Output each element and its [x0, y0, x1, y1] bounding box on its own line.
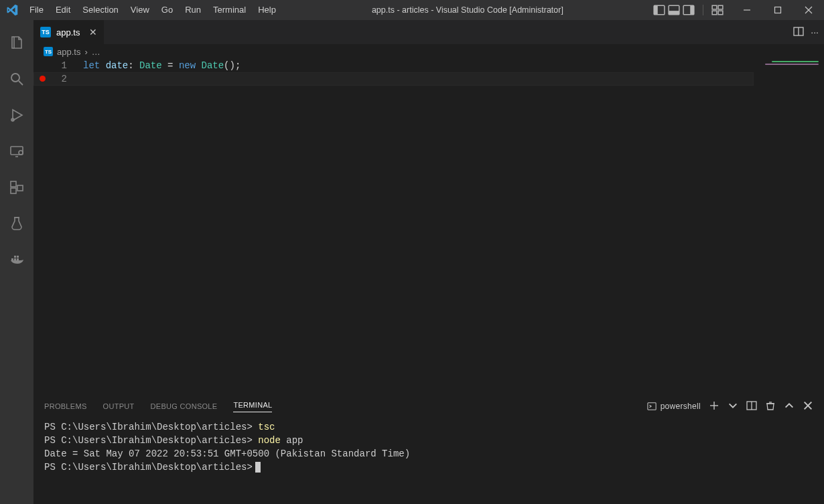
breakpoint-icon[interactable] [40, 76, 46, 82]
activity-docker-icon[interactable] [1, 244, 33, 276]
svg-point-18 [19, 151, 23, 155]
layout-sidebar-left-icon[interactable] [653, 4, 665, 16]
svg-rect-27 [14, 256, 16, 258]
svg-rect-22 [17, 185, 23, 191]
kill-terminal-icon[interactable] [765, 400, 776, 412]
menu-help[interactable]: Help [252, 0, 282, 20]
activity-explorer-icon[interactable] [1, 27, 33, 59]
new-terminal-icon[interactable] [709, 400, 719, 412]
close-button[interactable] [793, 0, 824, 20]
panel-tab-output[interactable]: OUTPUT [103, 402, 135, 410]
titlebar-right [653, 0, 824, 20]
terminal-line: Date = Sat May 07 2022 20:53:51 GMT+0500… [44, 447, 813, 460]
layout-panel-bottom-icon[interactable] [668, 4, 680, 16]
activity-run-debug-icon[interactable] [1, 99, 33, 131]
customize-layout-icon[interactable] [711, 4, 724, 16]
editor-area: TS app.ts ✕ ··· TS app.ts › … 1 2 let da… [33, 20, 824, 504]
split-terminal-icon[interactable] [746, 400, 757, 412]
window-title: app.ts - articles - Visual Studio Code [… [282, 5, 653, 15]
breadcrumb-more: … [92, 47, 100, 57]
svg-rect-24 [11, 258, 13, 260]
svg-rect-9 [718, 11, 723, 15]
activity-testing-icon[interactable] [1, 207, 33, 240]
terminal-split-dropdown-icon[interactable] [728, 400, 738, 412]
svg-rect-6 [712, 5, 717, 9]
terminal-shell-selector[interactable]: powershell [647, 402, 701, 411]
bottom-panel: PROBLEMS OUTPUT DEBUG CONSOLE TERMINAL p… [33, 394, 824, 504]
typescript-file-icon: TS [40, 27, 51, 37]
tab-filename: app.ts [56, 27, 80, 37]
editor-tabs: TS app.ts ✕ ··· [33, 20, 824, 44]
svg-rect-3 [669, 11, 679, 15]
terminal-cursor [255, 462, 261, 473]
terminal-line: PS C:\Users\Ibrahim\Desktop\articles> no… [44, 434, 813, 447]
menu-view[interactable]: View [125, 0, 155, 20]
panel-actions: powershell [647, 400, 813, 412]
breadcrumb[interactable]: TS app.ts › … [33, 44, 824, 59]
window-controls [732, 0, 824, 20]
menu-go[interactable]: Go [155, 0, 179, 20]
breadcrumb-separator: › [84, 47, 87, 57]
tab-close-icon[interactable]: ✕ [89, 27, 97, 37]
more-actions-icon[interactable]: ··· [811, 27, 819, 37]
activity-bar [0, 20, 33, 504]
svg-point-14 [11, 74, 19, 82]
split-editor-icon[interactable] [793, 26, 804, 39]
title-bar: File Edit Selection View Go Run Terminal… [0, 0, 824, 20]
breadcrumb-filename: app.ts [57, 47, 80, 57]
tab-app-ts[interactable]: TS app.ts ✕ [33, 20, 105, 44]
panel-tab-debug-console[interactable]: DEBUG CONSOLE [151, 402, 218, 410]
activity-extensions-icon[interactable] [1, 171, 33, 203]
menu-terminal[interactable]: Terminal [207, 0, 252, 20]
svg-rect-1 [654, 5, 658, 15]
close-panel-icon[interactable] [803, 400, 813, 412]
minimap[interactable] [760, 59, 824, 394]
maximize-button[interactable] [762, 0, 793, 20]
terminal-line: PS C:\Users\Ibrahim\Desktop\articles> [44, 460, 813, 474]
panel-tabs: PROBLEMS OUTPUT DEBUG CONSOLE TERMINAL p… [33, 395, 824, 418]
vscode-logo-icon [0, 4, 23, 16]
editor-layout-controls [653, 4, 724, 16]
menu-edit[interactable]: Edit [50, 0, 76, 20]
layout-sidebar-right-icon[interactable] [683, 4, 695, 16]
svg-rect-25 [14, 258, 16, 260]
code-line: let date: Date = new Date(); [80, 59, 824, 72]
terminal-output[interactable]: PS C:\Users\Ibrahim\Desktop\articles> ts… [33, 418, 824, 504]
code-editor[interactable]: 1 2 let date: Date = new Date(); console… [33, 59, 824, 394]
app-menu: File Edit Selection View Go Run Terminal… [23, 0, 282, 20]
svg-rect-11 [775, 7, 781, 13]
svg-line-15 [19, 81, 23, 85]
shell-name: powershell [661, 402, 701, 411]
editor-tab-actions: ··· [793, 20, 824, 44]
menu-selection[interactable]: Selection [76, 0, 124, 20]
maximize-panel-icon[interactable] [784, 400, 795, 412]
svg-rect-20 [11, 181, 16, 187]
svg-rect-21 [11, 188, 16, 193]
code-content[interactable]: let date: Date = new Date(); console.log… [80, 59, 824, 394]
typescript-file-icon: TS [44, 47, 53, 56]
menu-file[interactable]: File [23, 0, 50, 20]
separator [703, 5, 703, 15]
activity-remote-explorer-icon[interactable] [1, 135, 33, 167]
svg-rect-5 [690, 5, 694, 15]
svg-rect-7 [718, 5, 723, 9]
activity-search-icon[interactable] [1, 63, 33, 95]
svg-rect-28 [17, 256, 19, 258]
code-line: console.log("Date = " + date); //Date [80, 72, 824, 86]
svg-rect-26 [17, 258, 19, 260]
minimize-button[interactable] [732, 0, 762, 20]
gutter: 1 2 [33, 59, 80, 394]
menu-run[interactable]: Run [179, 0, 207, 20]
panel-tab-terminal[interactable]: TERMINAL [233, 401, 272, 412]
panel-tab-problems[interactable]: PROBLEMS [44, 402, 87, 410]
line-number: 1 [33, 59, 67, 72]
terminal-line: PS C:\Users\Ibrahim\Desktop\articles> ts… [44, 420, 813, 434]
line-number: 2 [33, 72, 67, 86]
svg-rect-8 [712, 11, 717, 15]
